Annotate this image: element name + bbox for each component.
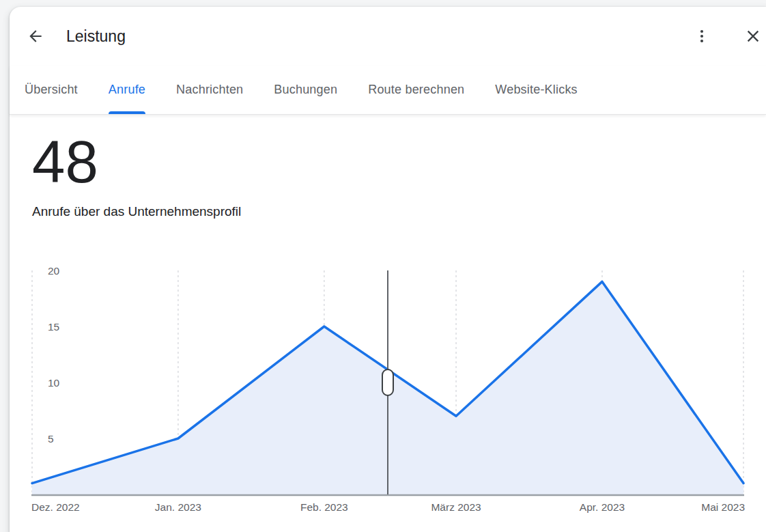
calls-chart: 5101520Dez. 2022Jan. 2023Feb. 2023März 2… [10, 260, 766, 526]
tab-bar: Übersicht Anrufe Nachrichten Buchungen R… [10, 66, 766, 115]
x-tick-label: Dez. 2022 [31, 501, 80, 513]
scrubber-handle[interactable] [382, 369, 393, 395]
x-tick-label: März 2023 [431, 501, 481, 513]
x-tick-label: Apr. 2023 [580, 501, 625, 513]
tab-website-klicks[interactable]: Website-Klicks [495, 66, 578, 114]
y-tick-label: 15 [48, 321, 59, 333]
x-tick-label: Feb. 2023 [300, 501, 348, 513]
back-button[interactable] [22, 23, 49, 50]
y-tick-label: 20 [48, 265, 60, 277]
y-tick-label: 10 [48, 377, 60, 389]
page-title: Leistung [66, 26, 126, 46]
x-tick-label: Mai 2023 [701, 501, 745, 513]
y-tick-label: 5 [48, 433, 54, 445]
tab-uebersicht[interactable]: Übersicht [25, 66, 78, 114]
dialog-header: Leistung [10, 7, 766, 66]
tab-nachrichten[interactable]: Nachrichten [176, 66, 243, 114]
tab-anrufe[interactable]: Anrufe [109, 66, 145, 114]
x-tick-label: Jan. 2023 [155, 501, 201, 513]
performance-dialog: Leistung Übersicht Anrufe Nachrichten Bu… [10, 7, 766, 532]
more-options-button[interactable] [688, 23, 715, 50]
close-icon [743, 27, 763, 46]
tab-route-berechnen[interactable]: Route berechnen [368, 66, 464, 114]
close-button[interactable] [739, 23, 766, 50]
arrow-back-icon [27, 27, 44, 45]
metric-value: 48 [32, 132, 98, 191]
metric-label: Anrufe über das Unternehmensprofil [32, 204, 241, 219]
tab-buchungen[interactable]: Buchungen [274, 66, 337, 114]
kebab-menu-icon [694, 28, 710, 44]
